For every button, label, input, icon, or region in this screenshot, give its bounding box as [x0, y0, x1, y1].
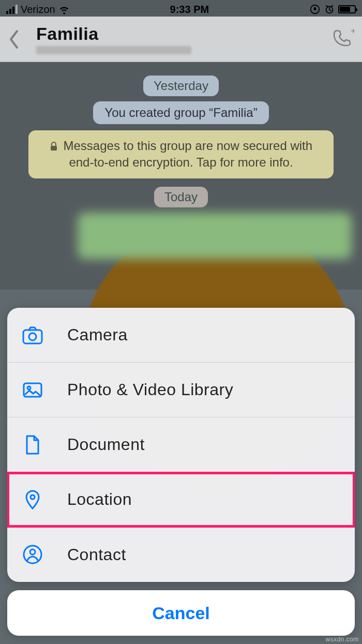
action-camera-label: Camera: [67, 325, 128, 345]
chat-title: Familia: [36, 24, 330, 44]
cancel-label: Cancel: [152, 603, 210, 623]
system-message-created: You created group “Familia”: [93, 101, 268, 124]
date-separator-today: Today: [154, 187, 208, 207]
location-icon: [22, 489, 43, 511]
signal-icon: [6, 5, 18, 14]
wifi-icon: [58, 4, 70, 15]
battery-icon: [338, 5, 356, 13]
svg-point-8: [31, 495, 35, 499]
call-button[interactable]: +: [330, 29, 355, 50]
svg-point-10: [30, 549, 35, 555]
action-camera[interactable]: Camera: [7, 308, 355, 363]
carrier-label: Verizon: [21, 4, 55, 16]
message-redacted: [78, 213, 352, 259]
camera-icon: [22, 324, 43, 346]
cancel-button[interactable]: Cancel: [7, 590, 355, 636]
svg-rect-3: [51, 146, 57, 151]
action-contact-label: Contact: [67, 545, 126, 564]
svg-text:+: +: [351, 29, 355, 36]
watermark: wsxdn.com: [325, 636, 359, 643]
svg-point-5: [29, 333, 36, 340]
rotation-lock-icon: [309, 4, 321, 15]
action-location-label: Location: [67, 490, 132, 509]
encryption-notice-text: Messages to this group are now secured w…: [64, 139, 313, 169]
attachment-action-sheet: Camera Photo & Video Library Document Lo…: [7, 308, 355, 636]
action-document-label: Document: [67, 435, 145, 454]
action-location[interactable]: Location: [7, 472, 355, 527]
date-separator-yesterday: Yesterday: [143, 76, 219, 96]
chat-subtitle-redacted: [36, 46, 191, 54]
alarm-icon: [324, 4, 335, 15]
lock-icon: [50, 142, 58, 151]
back-button[interactable]: [7, 29, 21, 50]
chat-title-block[interactable]: Familia: [21, 24, 330, 54]
svg-rect-4: [23, 330, 42, 343]
action-contact[interactable]: Contact: [7, 527, 355, 582]
status-bar: Verizon 9:33 PM: [0, 0, 362, 17]
action-photo-video-label: Photo & Video Library: [67, 380, 233, 399]
action-photo-video[interactable]: Photo & Video Library: [7, 363, 355, 417]
action-document[interactable]: Document: [7, 417, 355, 472]
document-icon: [22, 434, 43, 456]
clock: 9:33 PM: [170, 4, 209, 16]
contact-icon: [22, 544, 43, 565]
encryption-notice[interactable]: Messages to this group are now secured w…: [28, 130, 334, 178]
chat-header: Familia +: [0, 17, 362, 62]
photo-icon: [22, 379, 43, 401]
svg-point-7: [27, 386, 31, 390]
